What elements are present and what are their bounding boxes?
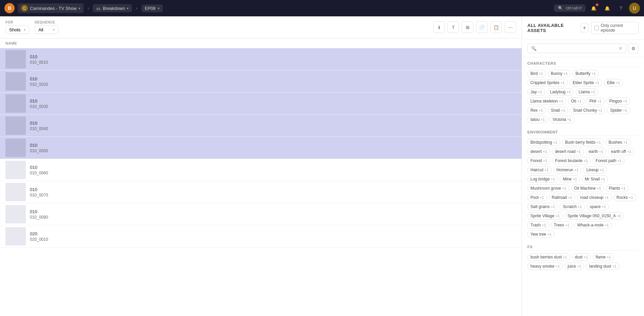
asset-tag[interactable]: Salt grains+1 <box>527 203 558 210</box>
asset-tag[interactable]: Forest brulante+1 <box>552 157 591 164</box>
asset-tag[interactable]: Llama+1 <box>576 88 598 96</box>
asset-tag[interactable]: Bird+1 <box>527 70 546 77</box>
document-button[interactable]: 📄 <box>476 21 488 33</box>
table-row[interactable]: 010 010_0030 <box>0 93 522 115</box>
asset-tag[interactable]: Mr Snail+1 <box>582 175 608 183</box>
asset-tag[interactable]: Plants+1 <box>606 185 629 192</box>
asset-tag[interactable]: Butterfly+1 <box>572 70 599 77</box>
episode-breadcrumb[interactable]: EP08 ▾ <box>141 4 163 12</box>
asset-tag[interactable]: Pool+1 <box>527 194 547 201</box>
add-asset-button[interactable]: + <box>580 23 589 32</box>
tag-count: +1 <box>583 159 588 163</box>
more-button[interactable]: ⋯ <box>505 21 516 33</box>
asset-tag[interactable]: Whack-a-mole+1 <box>574 221 612 229</box>
table-row[interactable]: 010 010_0010 <box>0 48 522 70</box>
export-button[interactable]: 📋 <box>490 21 502 33</box>
asset-tag[interactable]: flame+1 <box>593 253 614 261</box>
tag-count: +1 <box>563 72 568 76</box>
asset-tag[interactable]: Ladybug+1 <box>547 88 574 96</box>
asset-tag[interactable]: Sprite Village 050_0150_A+1 <box>564 212 624 220</box>
asset-tag[interactable]: Lineup+1 <box>583 166 607 174</box>
asset-search-input[interactable] <box>539 46 616 51</box>
asset-tag[interactable]: Trash+1 <box>527 221 549 229</box>
asset-tag[interactable]: Jay+1 <box>527 88 545 96</box>
asset-tag[interactable]: Mine+1 <box>560 175 580 183</box>
asset-tag[interactable]: Phil+1 <box>586 97 605 105</box>
asset-tag[interactable]: Pingoo+1 <box>606 97 630 105</box>
asset-tag[interactable]: Bush berry fields+1 <box>562 139 604 146</box>
asset-tag[interactable]: Snail Chunky+1 <box>570 107 605 114</box>
tag-name: Sprite Village 050_0150_A <box>567 214 616 218</box>
help-button[interactable]: ? <box>615 3 626 14</box>
asset-tag[interactable]: Oti+1 <box>568 97 584 105</box>
asset-tag[interactable]: Spider+1 <box>607 107 630 114</box>
only-current-episode-toggle[interactable]: Only current episode <box>591 22 639 34</box>
asset-tag[interactable]: Haircut+1 <box>527 166 552 174</box>
asset-tag[interactable]: Homerun+1 <box>554 166 582 174</box>
asset-tag[interactable]: bush berries dust+1 <box>527 253 570 261</box>
asset-tag[interactable]: Yew tree+1 <box>527 231 555 238</box>
text-button[interactable]: T <box>447 21 459 33</box>
tag-name: Bushes <box>609 140 622 145</box>
asset-tag[interactable]: Forest path+1 <box>593 157 625 164</box>
asset-tag[interactable]: tatou+1 <box>527 116 548 123</box>
asset-tag[interactable]: Birdspotting+1 <box>527 139 560 146</box>
asset-search-box[interactable]: 🔍 ✕ <box>527 44 626 53</box>
filter-button[interactable]: ⚙ <box>628 43 639 53</box>
table-row[interactable]: 010 010_0070 <box>0 181 522 203</box>
asset-tag[interactable]: Rex+1 <box>527 107 546 114</box>
asset-tag[interactable]: heavy smoke+1 <box>527 263 563 270</box>
asset-tag[interactable]: Snail+1 <box>548 107 568 114</box>
app-logo[interactable]: B <box>4 3 15 14</box>
breakdown-breadcrumb[interactable]: ⚏ Breakdown ▾ <box>93 4 132 12</box>
user-avatar[interactable]: U <box>629 3 640 14</box>
project-breadcrumb[interactable]: C Caminandes - TV Show ▾ <box>18 3 84 13</box>
table-row[interactable]: 010 010_0040 <box>0 115 522 137</box>
asset-tag[interactable]: earth+1 <box>586 148 606 155</box>
info-button[interactable]: ℹ <box>433 21 445 33</box>
global-search[interactable]: 🔍 ctrl+alt+f <box>554 4 586 12</box>
asset-tag[interactable]: earth off+1 <box>608 148 634 155</box>
asset-tag[interactable]: Scratch+1 <box>560 203 585 210</box>
row-info: 010 010_0060 <box>30 165 48 175</box>
asset-tag[interactable]: Log bridge+1 <box>527 175 558 183</box>
asset-tag[interactable]: Trees+1 <box>551 221 573 229</box>
tag-count: +1 <box>600 168 604 172</box>
asset-tag[interactable]: desert road+1 <box>552 148 584 155</box>
asset-tag[interactable]: Llama skeleton+1 <box>527 97 566 105</box>
tag-count: +1 <box>574 168 579 172</box>
asset-tag[interactable]: desert+1 <box>527 148 550 155</box>
asset-tag[interactable]: Mushroom grove+1 <box>527 185 570 192</box>
asset-tag[interactable]: Elder Sprite+1 <box>570 79 602 86</box>
grid-button[interactable]: ⊞ <box>462 21 473 33</box>
asset-tag[interactable]: Bunny+1 <box>548 70 571 77</box>
for-dropdown[interactable]: Shots ▾ <box>5 26 29 34</box>
row-sequence: 010 <box>30 98 48 104</box>
asset-tag[interactable]: Bushes+1 <box>606 139 631 146</box>
asset-tag[interactable]: Forest+1 <box>527 157 550 164</box>
asset-tag[interactable]: Oil Machine+1 <box>571 185 604 192</box>
table-row[interactable]: 010 010_0050 <box>0 137 522 159</box>
table-row[interactable]: 020 020_0010 <box>0 225 522 248</box>
asset-tag[interactable]: Rocks+1 <box>613 194 636 201</box>
asset-tag[interactable]: Ellie+1 <box>604 79 623 86</box>
notifications-button[interactable]: 🔔 <box>588 3 599 14</box>
tag-count: +1 <box>539 108 543 112</box>
asset-tag[interactable]: road closeup+1 <box>577 194 612 201</box>
tag-count: +1 <box>553 140 557 144</box>
search-clear-icon[interactable]: ✕ <box>618 46 623 51</box>
sequence-dropdown[interactable]: All ▾ <box>35 26 58 34</box>
asset-tag[interactable]: Victoria+1 <box>549 116 574 123</box>
alerts-button[interactable]: 🔔 <box>602 3 613 14</box>
table-row[interactable]: 010 010_0080 <box>0 203 522 225</box>
table-row[interactable]: 010 010_0020 <box>0 70 522 93</box>
tag-name: Forest brulante <box>555 158 583 163</box>
table-row[interactable]: 010 010_0060 <box>0 159 522 181</box>
asset-tag[interactable]: landing dust+1 <box>586 263 619 270</box>
asset-tag[interactable]: Crippled Sprites+1 <box>527 79 568 86</box>
asset-tag[interactable]: juice+1 <box>564 263 584 270</box>
asset-tag[interactable]: space+1 <box>587 203 609 210</box>
asset-tag[interactable]: dust+1 <box>572 253 591 261</box>
asset-tag[interactable]: Sprite Village+1 <box>527 212 563 220</box>
asset-tag[interactable]: Railroad+1 <box>549 194 575 201</box>
